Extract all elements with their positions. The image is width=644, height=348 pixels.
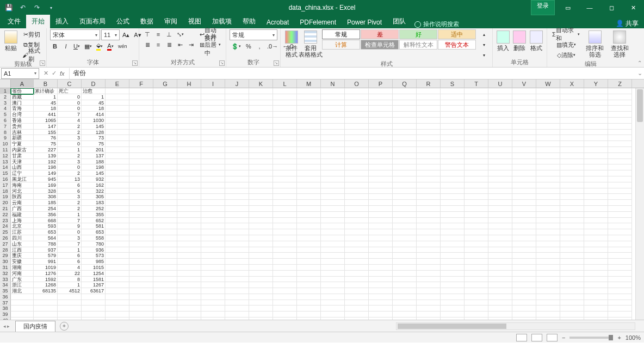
cell-P11[interactable]	[369, 147, 393, 153]
cell-H6[interactable]	[177, 118, 201, 124]
cell-C32[interactable]: 22	[58, 271, 82, 277]
cell-F14[interactable]	[129, 164, 153, 170]
cell-V6[interactable]	[512, 118, 536, 124]
column-header-F[interactable]: F	[129, 80, 153, 88]
cell-J4[interactable]	[225, 106, 249, 112]
cell-J25[interactable]	[225, 229, 249, 235]
cell-L16[interactable]	[273, 176, 297, 182]
cell-N24[interactable]	[321, 223, 345, 229]
cell-V33[interactable]	[512, 277, 536, 283]
cell-X20[interactable]	[560, 200, 584, 206]
vertical-scrollbar[interactable]	[635, 88, 644, 320]
cell-P8[interactable]	[369, 130, 393, 136]
cell-Q7[interactable]	[393, 124, 417, 130]
cell-E30[interactable]	[106, 259, 129, 265]
increase-decimal-button[interactable]: .0→	[265, 41, 280, 51]
cell-H2[interactable]	[177, 94, 201, 100]
cell-R25[interactable]	[417, 229, 441, 235]
cell-Z13[interactable]	[608, 159, 632, 165]
cell-N18[interactable]	[321, 188, 345, 194]
cell-W34[interactable]	[536, 282, 560, 288]
cell-S39[interactable]	[441, 312, 465, 318]
cell-V2[interactable]	[512, 94, 536, 100]
cell-R13[interactable]	[417, 159, 441, 165]
cell-style-4[interactable]: 计算	[322, 40, 360, 50]
cell-Y15[interactable]	[584, 170, 608, 176]
cell-J20[interactable]	[225, 200, 249, 206]
cell-T25[interactable]	[465, 229, 488, 235]
cell-K9[interactable]	[249, 135, 273, 141]
cell-P30[interactable]	[369, 259, 393, 265]
cell-Y33[interactable]	[584, 277, 608, 283]
cell-J38[interactable]	[225, 306, 249, 312]
cell-H28[interactable]	[177, 247, 201, 253]
cell-C11[interactable]: 1	[58, 147, 82, 153]
cell-E4[interactable]	[106, 106, 129, 112]
clear-button[interactable]: ◇ 清除▾	[550, 50, 581, 60]
cell-G10[interactable]	[153, 141, 177, 147]
cell-Q9[interactable]	[393, 135, 417, 141]
cell-X15[interactable]	[560, 170, 584, 176]
row-header-10[interactable]: 10	[0, 141, 11, 147]
cell-I6[interactable]	[201, 118, 225, 124]
cell-B7[interactable]: 147	[34, 124, 58, 130]
cell-I38[interactable]	[201, 306, 225, 312]
cell-P24[interactable]	[369, 223, 393, 229]
cell-Y13[interactable]	[584, 159, 608, 165]
column-header-V[interactable]: V	[512, 80, 536, 88]
cell-D27[interactable]: 780	[82, 241, 106, 247]
cell-N10[interactable]	[321, 141, 345, 147]
cell-R3[interactable]	[417, 100, 441, 106]
cell-V23[interactable]	[512, 218, 536, 224]
cell-Y20[interactable]	[584, 200, 608, 206]
cell-G8[interactable]	[153, 130, 177, 136]
cell-L17[interactable]	[273, 182, 297, 188]
cell-V14[interactable]	[512, 164, 536, 170]
horizontal-scrollbar[interactable]	[396, 322, 635, 330]
cell-Y23[interactable]	[584, 218, 608, 224]
redo-button[interactable]: ↷	[32, 2, 42, 13]
row-header-24[interactable]: 24	[0, 223, 11, 229]
cell-O25[interactable]	[345, 229, 369, 235]
cell-V10[interactable]	[512, 141, 536, 147]
cell-U22[interactable]	[488, 212, 512, 218]
cell-O5[interactable]	[345, 112, 369, 118]
cell-Z18[interactable]	[608, 188, 632, 194]
cell-U33[interactable]	[488, 277, 512, 283]
styles-scroll-up[interactable]: ▴	[479, 29, 489, 39]
cell-B15[interactable]: 149	[34, 170, 58, 176]
cell-D21[interactable]: 252	[82, 206, 106, 212]
cell-W25[interactable]	[536, 229, 560, 235]
cell-Z4[interactable]	[608, 106, 632, 112]
cell-U8[interactable]	[488, 130, 512, 136]
cell-T17[interactable]	[465, 182, 488, 188]
cell-Q30[interactable]	[393, 259, 417, 265]
cell-M27[interactable]	[297, 241, 321, 247]
undo-button[interactable]: ↶	[17, 2, 28, 13]
cell-B11[interactable]: 227	[34, 147, 58, 153]
cell-K1[interactable]	[249, 88, 273, 94]
cell-U14[interactable]	[488, 164, 512, 170]
cell-D10[interactable]: 75	[82, 141, 106, 147]
cell-I23[interactable]	[201, 218, 225, 224]
cell-O22[interactable]	[345, 212, 369, 218]
cell-T15[interactable]	[465, 170, 488, 176]
cell-C39[interactable]	[58, 312, 82, 318]
cell-S11[interactable]	[441, 147, 465, 153]
cell-Z25[interactable]	[608, 229, 632, 235]
cell-N1[interactable]	[321, 88, 345, 94]
cell-C9[interactable]: 3	[58, 135, 82, 141]
cell-X35[interactable]	[560, 288, 584, 294]
cell-X4[interactable]	[560, 106, 584, 112]
cell-C10[interactable]: 0	[58, 141, 82, 147]
cell-W9[interactable]	[536, 135, 560, 141]
cell-Y37[interactable]	[584, 300, 608, 306]
cell-H36[interactable]	[177, 294, 201, 300]
cell-R30[interactable]	[417, 259, 441, 265]
cell-Y2[interactable]	[584, 94, 608, 100]
cell-R29[interactable]	[417, 253, 441, 259]
cell-N25[interactable]	[321, 229, 345, 235]
cell-L11[interactable]	[273, 147, 297, 153]
cell-C6[interactable]: 4	[58, 118, 82, 124]
cell-X5[interactable]	[560, 112, 584, 118]
